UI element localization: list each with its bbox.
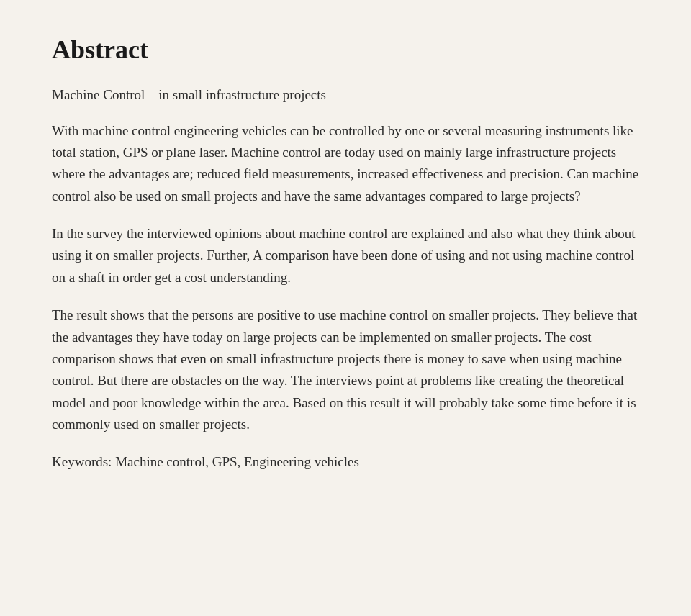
paragraph-3: The result shows that the persons are po… — [52, 304, 639, 435]
paragraph-1: With machine control engineering vehicle… — [52, 120, 639, 208]
keywords: Keywords: Machine control, GPS, Engineer… — [52, 452, 639, 473]
abstract-heading: Abstract — [52, 35, 639, 65]
paragraph-2: In the survey the interviewed opinions a… — [52, 223, 639, 289]
abstract-subtitle: Machine Control – in small infrastructur… — [52, 85, 639, 106]
